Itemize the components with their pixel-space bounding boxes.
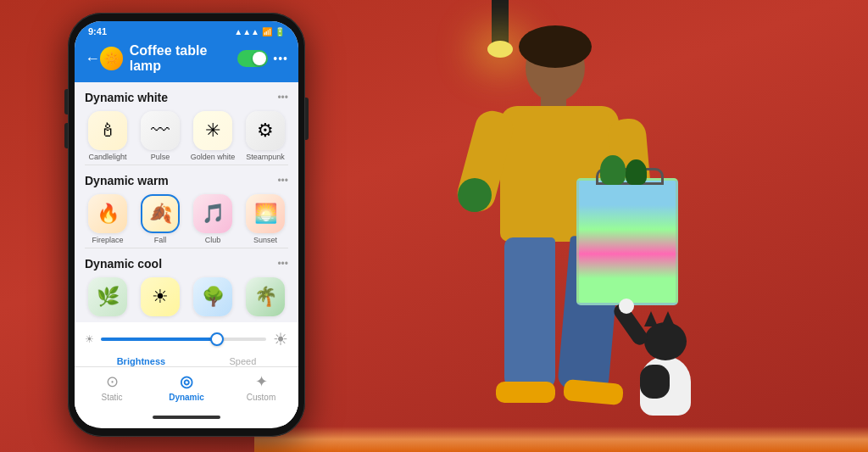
app-header: ← 🔆 Coffee table lamp •••	[75, 40, 298, 82]
menu-dots[interactable]: •••	[273, 52, 288, 65]
home-indicator	[75, 409, 298, 426]
mode-forest[interactable]: 🌳	[190, 277, 236, 319]
dynamic-label: Dynamic	[169, 393, 204, 402]
club-icon: 🎵	[193, 194, 232, 233]
header-title-area: 🔆 Coffee table lamp	[100, 43, 237, 74]
lamp-icon: 🔆	[100, 47, 123, 70]
dynamic-white-dots[interactable]: •••	[277, 92, 288, 103]
dynamic-white-title: Dynamic white	[85, 91, 168, 104]
static-label: Static	[101, 393, 122, 402]
candlelight-icon: 🕯	[88, 111, 127, 150]
dynamic-warm-modes: 🔥 Fireplace 🍂 Fall 🎵 Club 🌅	[85, 194, 288, 244]
slider-fill	[101, 338, 217, 341]
mode-wave[interactable]: 🌿	[85, 277, 131, 319]
mode-sunny[interactable]: ☀	[137, 277, 183, 319]
status-bar: 9:41 ▲▲▲ 📶 🔋	[75, 21, 298, 40]
dynamic-icon: ◎	[180, 372, 193, 391]
fall-icon: 🍂	[141, 194, 180, 233]
slider-track[interactable]	[101, 338, 266, 341]
steampunk-icon: ⚙	[246, 111, 285, 150]
header-title: Coffee table lamp	[130, 43, 238, 74]
sun-max-icon: ☀	[273, 329, 288, 349]
mode-candlelight[interactable]: 🕯 Candlelight	[85, 111, 131, 161]
dynamic-cool-section: Dynamic cool ••• 🌿 ☀ 🌳	[75, 248, 298, 322]
mode-pulse[interactable]: 〰 Pulse	[137, 111, 183, 161]
fireplace-label: Fireplace	[92, 236, 123, 244]
back-button[interactable]: ←	[85, 50, 100, 68]
sunset-label: Sunset	[253, 236, 277, 244]
home-bar	[153, 416, 220, 419]
steampunk-label: Steampunk	[246, 153, 285, 161]
dynamic-cool-title: Dynamic cool	[85, 257, 162, 271]
custom-label: Custom	[247, 393, 275, 402]
battery-icon: 🔋	[275, 27, 285, 36]
wave-icon: 🌿	[88, 277, 127, 316]
tab-static[interactable]: ⊙ Static	[75, 372, 149, 402]
club-label: Club	[205, 236, 221, 244]
candlelight-label: Candlelight	[88, 153, 126, 161]
tab-custom[interactable]: ✦ Custom	[224, 372, 298, 402]
phone-outer: 9:41 ▲▲▲ 📶 🔋 ← 🔆 Coffee table lamp	[68, 13, 305, 437]
wifi-icon: 📶	[262, 27, 272, 36]
dynamic-cool-header: Dynamic cool •••	[85, 257, 288, 271]
forest-icon: 🌳	[193, 277, 232, 316]
dynamic-cool-modes: 🌿 ☀ 🌳 🌴	[85, 277, 288, 319]
sunny-icon: ☀	[141, 277, 180, 316]
speed-tab[interactable]: Speed	[230, 356, 257, 366]
dynamic-warm-header: Dynamic warm •••	[85, 174, 288, 187]
sun-min-icon: ☀	[85, 333, 94, 345]
mode-tropical[interactable]: 🌴	[242, 277, 288, 319]
dynamic-white-header: Dynamic white •••	[85, 91, 288, 104]
pulse-icon: 〰	[141, 111, 180, 150]
status-icons: ▲▲▲ 📶 🔋	[234, 27, 285, 36]
sunset-icon: 🌅	[246, 194, 285, 233]
dynamic-warm-section: Dynamic warm ••• 🔥 Fireplace 🍂 Fall	[75, 165, 298, 248]
slider-labels: Brightness Speed	[75, 356, 298, 366]
fall-label: Fall	[154, 236, 167, 244]
slider-thumb[interactable]	[210, 332, 224, 346]
mode-steampunk[interactable]: ⚙ Steampunk	[242, 111, 288, 161]
golden-label: Golden white	[191, 153, 236, 161]
mode-golden-white[interactable]: ✳ Golden white	[190, 111, 236, 161]
dynamic-cool-dots[interactable]: •••	[277, 258, 288, 270]
phone-mockup: 9:41 ▲▲▲ 📶 🔋 ← 🔆 Coffee table lamp	[68, 13, 305, 437]
tab-dynamic[interactable]: ◎ Dynamic	[149, 372, 224, 402]
mode-sunset[interactable]: 🌅 Sunset	[242, 194, 288, 244]
signal-icon: ▲▲▲	[234, 27, 259, 36]
phone-screen: 9:41 ▲▲▲ 📶 🔋 ← 🔆 Coffee table lamp	[75, 21, 298, 428]
brightness-tab[interactable]: Brightness	[117, 356, 165, 366]
bottom-tabs: ⊙ Static ◎ Dynamic ✦ Custom	[75, 366, 298, 409]
dynamic-warm-title: Dynamic warm	[85, 174, 169, 187]
fireplace-icon: 🔥	[88, 194, 127, 233]
status-time: 9:41	[88, 26, 107, 36]
dynamic-white-modes: 🕯 Candlelight 〰 Pulse ✳ Golden white	[85, 111, 288, 161]
mode-fireplace[interactable]: 🔥 Fireplace	[85, 194, 131, 244]
golden-icon: ✳	[193, 111, 232, 150]
mode-fall[interactable]: 🍂 Fall	[137, 194, 183, 244]
toggle-knob	[253, 52, 266, 65]
static-icon: ⊙	[106, 372, 119, 391]
person-area	[339, 0, 868, 452]
custom-icon: ✦	[255, 372, 268, 391]
dynamic-white-section: Dynamic white ••• 🕯 Candlelight 〰 Pulse	[75, 82, 298, 165]
dynamic-warm-dots[interactable]: •••	[277, 175, 288, 187]
power-toggle[interactable]	[237, 50, 268, 67]
tropical-icon: 🌴	[246, 277, 285, 316]
slider-area: ☀ ☀	[75, 322, 298, 356]
mode-club[interactable]: 🎵 Club	[190, 194, 236, 244]
pulse-label: Pulse	[151, 153, 170, 161]
app-content: Dynamic white ••• 🕯 Candlelight 〰 Pulse	[75, 82, 298, 426]
